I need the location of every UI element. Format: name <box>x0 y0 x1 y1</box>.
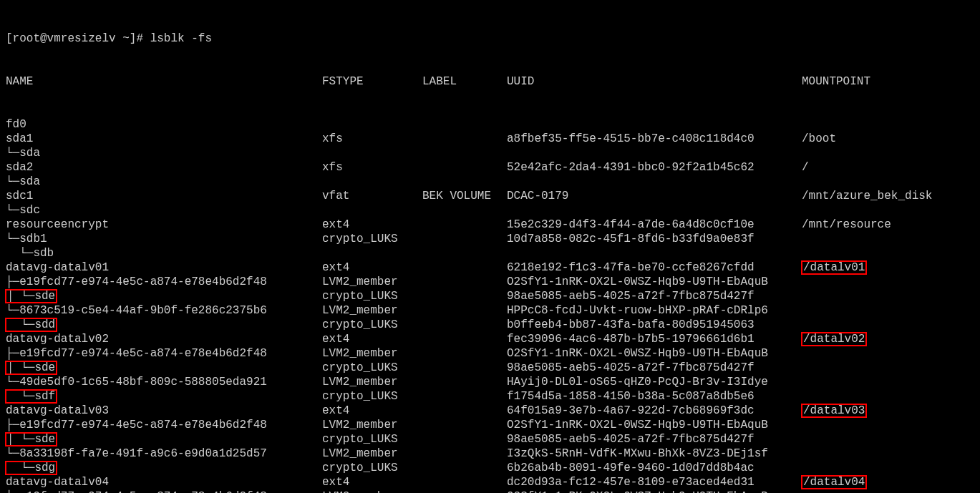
col-header-uuid: UUID <box>507 74 534 89</box>
cell-name: └─sdf <box>6 389 57 404</box>
cell-fstype: LVM2_member <box>322 489 398 493</box>
cell-mountpoint: /datalv03 <box>802 404 866 418</box>
table-row: │ └─sdecrypto_LUKS98ae5085-aeb5-4025-a72… <box>6 289 974 303</box>
highlight-box: /datalv03 <box>802 404 866 417</box>
cell-name: │ └─sde <box>6 289 57 303</box>
table-row: resourceencryptext415e2c329-d4f3-4f44-a7… <box>6 218 974 232</box>
cell-uuid: HAyij0-DL0l-oS65-qHZ0-PcQJ-Br3v-I3Idye <box>507 375 768 389</box>
cell-mountpoint: /mnt/azure_bek_disk <box>802 189 932 203</box>
table-row: └─8673c519-c5e4-44af-9b0f-fe286c2375b6LV… <box>6 303 974 318</box>
cell-name: └─sdc <box>6 203 40 218</box>
table-row: datavg-datalv01ext46218e192-f1c3-47fa-be… <box>6 260 974 275</box>
cell-uuid: O2SfY1-1nRK-OX2L-0WSZ-Hqb9-U9TH-EbAquB <box>507 489 768 493</box>
cell-fstype: ext4 <box>322 404 349 418</box>
col-header-label: LABEL <box>422 74 457 89</box>
cell-name: sdc1 <box>6 189 33 203</box>
col-header-fstype: FSTYPE <box>322 74 364 89</box>
cell-name: └─sdb <box>6 246 54 260</box>
cell-name: └─8a33198f-fa7e-491f-a9c6-e9d0a1d25d57 <box>6 446 267 461</box>
cell-fstype: ext4 <box>322 218 349 232</box>
table-header-row: NAME FSTYPE LABEL UUID MOUNTPOINT <box>6 74 974 89</box>
highlight-box: └─sdg <box>6 462 57 474</box>
cell-uuid: 98ae5085-aeb5-4025-a72f-7fbc875d427f <box>507 289 755 303</box>
cell-fstype: ext4 <box>322 260 349 275</box>
cell-fstype: LVM2_member <box>322 446 398 461</box>
highlight-box: /datalv02 <box>802 333 866 346</box>
table-row: sda1xfsa8fbef35-ff5e-4515-bb7e-c408c118d… <box>6 132 974 146</box>
cell-mountpoint: /datalv01 <box>802 260 866 275</box>
cell-uuid: O2SfY1-1nRK-OX2L-0WSZ-Hqb9-U9TH-EbAquB <box>507 275 768 289</box>
col-header-name: NAME <box>6 74 33 89</box>
highlight-box: └─sdd <box>6 318 57 331</box>
cell-uuid: 6218e192-f1c3-47fa-be70-ccfe8267cfdd <box>507 260 755 275</box>
table-row: └─sdgcrypto_LUKS6b26ab4b-8091-49fe-9460-… <box>6 461 974 475</box>
cell-name: datavg-datalv02 <box>6 332 109 346</box>
cell-name: └─49de5df0-1c65-48bf-809c-588805eda921 <box>6 375 267 389</box>
cell-uuid: HPPcC8-fcdJ-Uvkt-ruow-bHXP-pRAf-cDRlp6 <box>507 303 768 318</box>
table-row: datavg-datalv02ext4fec39096-4ac6-487b-b7… <box>6 332 974 346</box>
table-row: sdc1vfatBEK VOLUMEDCAC-0179/mnt/azure_be… <box>6 189 974 203</box>
cell-mountpoint: / <box>802 160 809 175</box>
cell-uuid: I3zQkS-5RnH-VdfK-MXwu-BhXk-8VZ3-DEj1sf <box>507 446 768 461</box>
cell-uuid: 64f015a9-3e7b-4a67-922d-7cb68969f3dc <box>507 404 755 418</box>
cell-name: └─sdd <box>6 318 57 332</box>
table-row: │ └─sdecrypto_LUKS98ae5085-aeb5-4025-a72… <box>6 361 974 375</box>
highlight-box: │ └─sde <box>6 290 57 303</box>
cell-name: ├─e19fcd77-e974-4e5c-a874-e78e4b6d2f48 <box>6 489 267 493</box>
cell-name: ├─e19fcd77-e974-4e5c-a874-e78e4b6d2f48 <box>6 418 267 432</box>
cell-uuid: 98ae5085-aeb5-4025-a72f-7fbc875d427f <box>507 432 755 446</box>
table-row: ├─e19fcd77-e974-4e5c-a874-e78e4b6d2f48LV… <box>6 275 974 289</box>
cell-fstype: ext4 <box>322 475 349 489</box>
table-row: ├─e19fcd77-e974-4e5c-a874-e78e4b6d2f48LV… <box>6 346 974 361</box>
cell-name: └─sdg <box>6 461 57 475</box>
table-row: └─8a33198f-fa7e-491f-a9c6-e9d0a1d25d57LV… <box>6 446 974 461</box>
cell-uuid: DCAC-0179 <box>507 189 568 203</box>
cell-name: datavg-datalv04 <box>6 475 109 489</box>
cell-fstype: LVM2_member <box>322 275 398 289</box>
terminal-output: [root@vmresizelv ~]# lsblk -fs NAME FSTY… <box>0 0 980 493</box>
cell-mountpoint: /datalv04 <box>802 475 866 489</box>
table-row: datavg-datalv04ext4dc20d93a-fc12-457e-81… <box>6 475 974 489</box>
cell-fstype: crypto_LUKS <box>322 432 398 446</box>
cell-fstype: LVM2_member <box>322 418 398 432</box>
cell-fstype: crypto_LUKS <box>322 461 398 475</box>
table-row: └─sddcrypto_LUKSb0ffeeb4-bb87-43fa-bafa-… <box>6 318 974 332</box>
table-row: ├─e19fcd77-e974-4e5c-a874-e78e4b6d2f48LV… <box>6 418 974 432</box>
col-header-mountpoint: MOUNTPOINT <box>802 74 870 89</box>
cell-uuid: 6b26ab4b-8091-49fe-9460-1d0d7dd8b4ac <box>507 461 755 475</box>
cell-uuid: dc20d93a-fc12-457e-8109-e73aced4ed31 <box>507 475 755 489</box>
highlight-box: │ └─sde <box>6 433 57 446</box>
cell-uuid: a8fbef35-ff5e-4515-bb7e-c408c118d4c0 <box>507 132 755 146</box>
cell-fstype: crypto_LUKS <box>322 389 398 404</box>
table-row: └─49de5df0-1c65-48bf-809c-588805eda921LV… <box>6 375 974 389</box>
cell-name: ├─e19fcd77-e974-4e5c-a874-e78e4b6d2f48 <box>6 275 267 289</box>
table-row: └─sda <box>6 146 974 160</box>
table-body: fd0sda1xfsa8fbef35-ff5e-4515-bb7e-c408c1… <box>6 117 974 493</box>
cell-uuid: 98ae5085-aeb5-4025-a72f-7fbc875d427f <box>507 361 755 375</box>
cell-name: sda2 <box>6 160 33 175</box>
cell-fstype: LVM2_member <box>322 303 398 318</box>
cell-name: fd0 <box>6 117 26 132</box>
cell-name: sda1 <box>6 132 33 146</box>
table-row: datavg-datalv03ext464f015a9-3e7b-4a67-92… <box>6 404 974 418</box>
cell-mountpoint: /boot <box>802 132 836 146</box>
cell-uuid: f1754d5a-1858-4150-b38a-5c087a8db5e6 <box>507 389 755 404</box>
cell-uuid: O2SfY1-1nRK-OX2L-0WSZ-Hqb9-U9TH-EbAquB <box>507 418 768 432</box>
table-row: ├─e19fcd77-e974-4e5c-a874-e78e4b6d2f48LV… <box>6 489 974 493</box>
shell-prompt: [root@vmresizelv ~]# lsblk -fs <box>6 31 212 46</box>
cell-fstype: crypto_LUKS <box>322 361 398 375</box>
cell-mountpoint: /mnt/resource <box>802 218 891 232</box>
table-row: fd0 <box>6 117 974 132</box>
cell-uuid: O2SfY1-1nRK-OX2L-0WSZ-Hqb9-U9TH-EbAquB <box>507 346 768 361</box>
highlight-box: └─sdf <box>6 390 57 403</box>
cell-fstype: LVM2_member <box>322 375 398 389</box>
cell-uuid: 15e2c329-d4f3-4f44-a7de-6a4d8c0cf10e <box>507 218 755 232</box>
cell-fstype: crypto_LUKS <box>322 232 398 246</box>
cell-name: └─sdb1 <box>6 232 47 246</box>
table-row: │ └─sdecrypto_LUKS98ae5085-aeb5-4025-a72… <box>6 432 974 446</box>
cell-name: │ └─sde <box>6 361 57 375</box>
highlight-box: /datalv01 <box>802 261 866 274</box>
cell-name: ├─e19fcd77-e974-4e5c-a874-e78e4b6d2f48 <box>6 346 267 361</box>
cell-label: BEK VOLUME <box>422 189 491 203</box>
cell-name: └─8673c519-c5e4-44af-9b0f-fe286c2375b6 <box>6 303 267 318</box>
